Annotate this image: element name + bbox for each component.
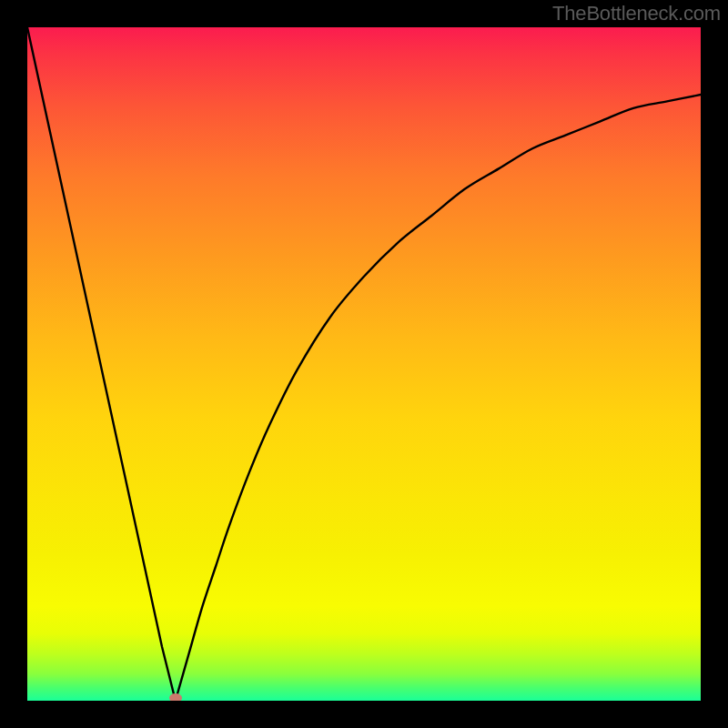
chart-frame: TheBottleneck.com [0,0,728,728]
curve-path [27,27,701,701]
plot-area [27,27,701,701]
attribution-text: TheBottleneck.com [552,2,721,25]
bottleneck-curve [27,27,701,701]
optimal-point-marker [169,693,182,701]
